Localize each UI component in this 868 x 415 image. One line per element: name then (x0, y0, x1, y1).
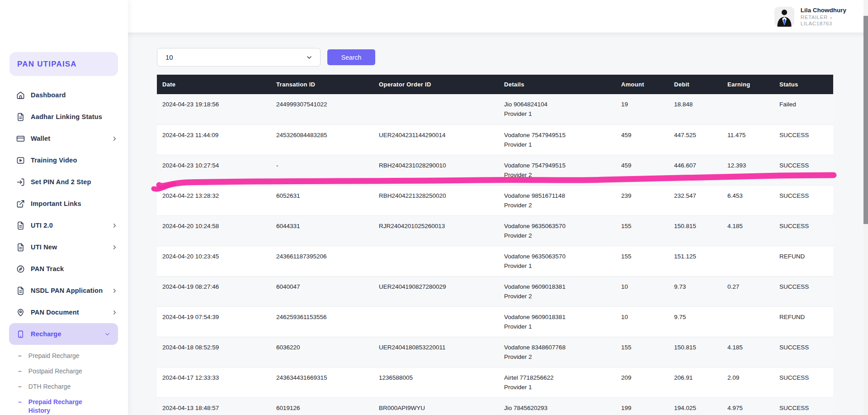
page-size-select[interactable]: 10 (157, 48, 321, 67)
column-header-operator-order-id: Operator Order ID (373, 75, 499, 94)
amount-cell: 10 (616, 276, 669, 306)
status-cell: SUCCESS (774, 185, 833, 215)
search-button[interactable]: Search (327, 49, 375, 65)
sidebar-item-important-links[interactable]: Important Links (0, 193, 128, 215)
details-cell: Vodafone 7547949515Provider 2 (499, 155, 616, 185)
date-cell: 2024-04-17 12:33:33 (157, 367, 271, 397)
operator-order-id-cell (373, 306, 499, 337)
details-line1: Vodafone 7547949515 (504, 132, 610, 138)
earning-cell (722, 306, 774, 337)
status-cell: SUCCESS (774, 124, 833, 155)
date-cell: 2024-04-20 10:23:45 (157, 246, 271, 276)
chevron-down-icon (104, 331, 111, 338)
table-row: 2024-04-13 18:48:576019126BR000API9WYUJi… (157, 397, 833, 415)
details-line1: Vodafone 8348607768 (504, 344, 610, 351)
status-cell: SUCCESS (774, 397, 833, 415)
user-role[interactable]: RETAILER⌄ (801, 14, 846, 20)
column-header-details: Details (499, 75, 616, 94)
sidebar-item-wallet[interactable]: Wallet (0, 128, 128, 149)
sidebar-submenu: –Prepaid Recharge–Postpaid Recharge–DTH … (0, 352, 128, 415)
details-line2: Provider 2 (504, 202, 610, 209)
sidebar-item-label: Recharge (31, 330, 61, 338)
chevron-right-icon (111, 222, 118, 229)
debit-cell: 194.025 (669, 397, 722, 415)
column-header-date: Date (157, 75, 271, 94)
sidebar-item-nsdl-pan-application[interactable]: NSDL PAN Application (0, 280, 128, 301)
date-cell: 2024-04-23 10:27:54 (157, 155, 271, 185)
brand-badge[interactable]: PAN UTIPAISA (9, 52, 118, 76)
wallet-icon (16, 134, 25, 143)
earning-cell: 4.185 (722, 215, 774, 246)
debit-cell: 446.607 (669, 155, 722, 185)
scrollbar-thumb[interactable] (863, 16, 868, 224)
date-cell: 2024-04-19 08:27:46 (157, 276, 271, 306)
user-id: LILAC18763 (801, 20, 846, 27)
sidebar-item-pan-track[interactable]: PAN Track (0, 258, 128, 280)
sidebar-item-label: Wallet (31, 135, 50, 142)
sidebar-subitem-prepaid-recharge-history[interactable]: –Prepaid Recharge History (18, 398, 104, 415)
earning-cell: 0.27 (722, 276, 774, 306)
sidebar-subitem-dth-recharge[interactable]: –DTH Recharge (18, 382, 104, 391)
earning-cell: 4.185 (722, 337, 774, 367)
chevron-right-icon (111, 287, 118, 294)
transaction-id-cell: 246259361153556 (271, 306, 373, 337)
date-cell: 2024-04-13 18:48:57 (157, 397, 271, 415)
user-name: Lila Chowdhury (801, 6, 846, 14)
video-icon (16, 156, 25, 165)
details-line1: Vodafone 7547949515 (504, 162, 610, 169)
chevron-down-icon: ⌄ (829, 14, 833, 20)
details-line1: Jio 9064824104 (504, 101, 610, 108)
sidebar-item-uti-new[interactable]: UTI New (0, 236, 128, 258)
table-body: 2024-04-23 19:18:56244999307541022Jio 90… (157, 94, 833, 415)
dash-bullet: – (18, 352, 22, 360)
status-cell: SUCCESS (774, 337, 833, 367)
sidebar-item-label: UTI New (31, 243, 57, 251)
details-line1: Vodafone 9635063570 (504, 223, 610, 229)
date-cell: 2024-04-23 11:44:09 (157, 124, 271, 155)
date-cell: 2024-04-23 19:18:56 (157, 94, 271, 124)
recharge-history-table: DateTransation IDOperator Order IDDetail… (157, 75, 833, 415)
sidebar-item-label: Training Video (31, 157, 77, 164)
dash-bullet: – (18, 382, 22, 391)
details-line1: Vodafone 9635063570 (504, 253, 610, 260)
table-row: 2024-04-23 10:27:54-RBH2404231028290010V… (157, 155, 833, 185)
details-line1: Vodafone 9609018381 (504, 283, 610, 290)
file-text-icon (16, 243, 25, 252)
column-header-amount: Amount (616, 75, 669, 94)
sidebar-item-uti-2-0[interactable]: UTI 2.0 (0, 215, 128, 236)
operator-order-id-cell: RJR2404201025260013 (373, 215, 499, 246)
chevron-down-icon (306, 54, 313, 61)
sidebar-subitem-label: DTH Recharge (28, 382, 71, 391)
details-cell: Vodafone 8348607768Provider 2 (499, 337, 616, 367)
sidebar-item-dashboard[interactable]: Dashboard (0, 84, 128, 106)
transaction-id-cell: 6040047 (271, 276, 373, 306)
sidebar-subitem-postpaid-recharge[interactable]: –Postpaid Recharge (18, 367, 104, 376)
earning-cell (722, 94, 774, 124)
sidebar-subitem-label: Prepaid Recharge (28, 352, 80, 360)
smartphone-icon (16, 330, 25, 339)
file-text-icon (16, 286, 25, 295)
debit-cell: 232.547 (669, 185, 722, 215)
map-pin-icon (16, 308, 25, 317)
earning-cell (722, 246, 774, 276)
sidebar-item-label: PAN Track (31, 265, 64, 272)
sidebar-item-recharge[interactable]: Recharge (9, 323, 118, 345)
sidebar-subitem-prepaid-recharge[interactable]: –Prepaid Recharge (18, 352, 104, 360)
topbar: Lila Chowdhury RETAILER⌄ LILAC18763 (0, 0, 868, 33)
sidebar-item-set-pin-and-2-step[interactable]: Set PIN And 2 Step (0, 171, 128, 193)
details-cell: Vodafone 7547949515Provider 1 (499, 124, 616, 155)
operator-order-id-cell: RBH2404221328250020 (373, 185, 499, 215)
date-cell: 2024-04-20 10:24:58 (157, 215, 271, 246)
transaction-id-cell: - (271, 155, 373, 185)
earning-cell: 12.393 (722, 155, 774, 185)
chevron-right-icon (111, 244, 118, 251)
earning-cell: 6.453 (722, 185, 774, 215)
transaction-id-cell: 6036220 (271, 337, 373, 367)
earning-cell: 4.975 (722, 397, 774, 415)
status-cell: REFUND (774, 306, 833, 337)
sidebar-item-training-video[interactable]: Training Video (0, 149, 128, 171)
sidebar-item-pan-document[interactable]: PAN Document (0, 301, 128, 323)
user-menu[interactable]: Lila Chowdhury RETAILER⌄ LILAC18763 (774, 6, 846, 27)
table-row: 2024-04-20 10:23:45243661187395206Vodafo… (157, 246, 833, 276)
sidebar-item-aadhar-linking-status[interactable]: Aadhar Linking Status (0, 106, 128, 128)
